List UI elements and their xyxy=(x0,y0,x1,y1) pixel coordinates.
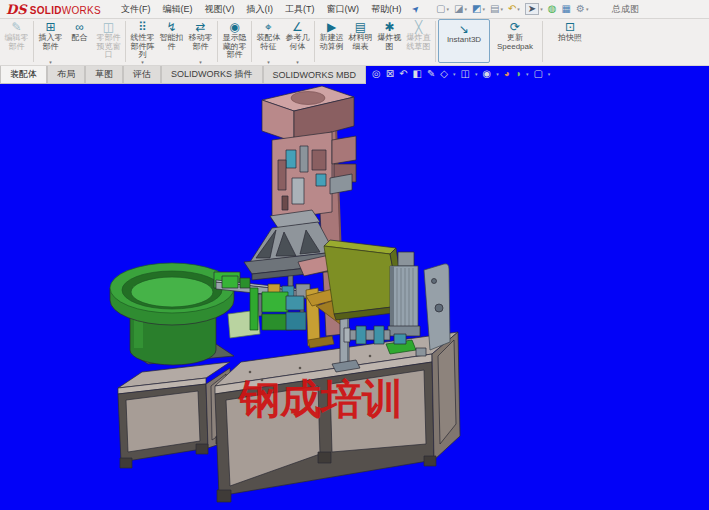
undo-icon[interactable]: ↶ xyxy=(508,4,516,14)
new-motion-study-label: 新建运 动算例 xyxy=(318,34,345,51)
dropdown-caret-icon[interactable]: ▾ xyxy=(586,6,589,12)
dropdown-caret-icon[interactable]: ▾ xyxy=(517,6,520,12)
menu-help[interactable]: 帮助(H) xyxy=(365,1,408,18)
insert-components-button[interactable]: ⊞ 插入零 部件 ▾ xyxy=(36,18,65,65)
document-title: 总成图 xyxy=(612,3,639,16)
display-style-icon[interactable]: ◫ xyxy=(461,68,470,80)
ribbon-separator xyxy=(33,21,34,62)
print-document-icon[interactable]: ▤ xyxy=(490,4,499,14)
pin-menu-icon[interactable]: ➤ xyxy=(409,3,421,15)
dropdown-caret-icon[interactable]: ▾ xyxy=(496,71,499,77)
linear-component-pattern-button[interactable]: ⠿ 线性零 部件阵 列 ▾ xyxy=(128,18,157,65)
menu-view[interactable]: 视图(V) xyxy=(199,1,241,18)
update-speedpak-label: 更新 Speedpak xyxy=(493,34,537,51)
linear-component-pattern-icon: ⠿ xyxy=(129,20,156,34)
smart-fasteners-label: 智能扣 件 xyxy=(158,34,185,51)
dropdown-caret-icon[interactable]: ▾ xyxy=(447,6,450,12)
solidworks-logo: DS SOLID WORKS xyxy=(6,2,101,17)
instant3d-label: Instant3D xyxy=(442,36,486,45)
dropdown-caret-icon[interactable]: ▾ xyxy=(548,71,551,77)
apply-scene-icon[interactable]: ◑ xyxy=(515,68,521,80)
smart-fasteners-button[interactable]: ↯ 智能扣 件 xyxy=(157,18,186,65)
menu-edit[interactable]: 编辑(E) xyxy=(157,1,199,18)
graphics-viewport[interactable]: ◎ ⊠ ↶ ◧ ✎ ◇▾ ◫▾ ◉▾ ◕ ◑▾ ▢▾ xyxy=(0,66,709,510)
dropdown-caret-icon[interactable]: ▾ xyxy=(283,59,312,65)
bill-of-materials-icon: ▤ xyxy=(347,20,374,34)
new-motion-study-button[interactable]: ▶ 新建运 动算例 xyxy=(317,18,346,65)
smart-fasteners-icon: ↯ xyxy=(158,20,185,34)
update-speedpak-button[interactable]: ⟳ 更新 Speedpak xyxy=(490,18,540,65)
edit-appearance-icon[interactable]: ◕ xyxy=(504,68,510,80)
dropdown-caret-icon[interactable]: ▾ xyxy=(186,59,215,65)
dropdown-caret-icon[interactable]: ▾ xyxy=(36,59,65,65)
rebuild-traffic-light-icon[interactable]: ◍ xyxy=(548,4,557,14)
previous-view-icon[interactable]: ↶ xyxy=(399,68,407,80)
title-bar: DS SOLID WORKS 文件(F) 编辑(E) 视图(V) 插入(I) 工… xyxy=(0,0,709,19)
move-component-button[interactable]: ⇄ 移动零 部件 ▾ xyxy=(186,18,215,65)
exploded-view-label: 爆炸视 图 xyxy=(376,34,403,51)
tab-assembly[interactable]: 装配体 xyxy=(0,66,47,84)
menu-window[interactable]: 窗口(W) xyxy=(321,1,366,18)
tab-evaluate[interactable]: 评估 xyxy=(123,66,161,84)
save-document-icon[interactable]: ◩ xyxy=(472,4,481,14)
ribbon-separator xyxy=(314,21,315,62)
new-motion-study-icon: ▶ xyxy=(318,20,345,34)
assembly-features-button[interactable]: ⌖ 装配体 特征 ▾ xyxy=(254,18,283,65)
options-gear-icon[interactable]: ⚙ xyxy=(576,4,585,14)
dropdown-caret-icon[interactable]: ▾ xyxy=(128,59,157,65)
tab-layout[interactable]: 布局 xyxy=(47,66,85,84)
dropdown-caret-icon[interactable]: ▾ xyxy=(482,6,485,12)
reference-geometry-button[interactable]: ∠ 参考几 何体 ▾ xyxy=(283,18,312,65)
menu-insert[interactable]: 插入(I) xyxy=(241,1,280,18)
watermark-text: 钢成培训 xyxy=(239,379,403,420)
open-document-icon[interactable]: ◪ xyxy=(454,4,463,14)
task-list-icon[interactable]: ▦ xyxy=(561,4,570,14)
dropdown-caret-icon[interactable]: ▾ xyxy=(453,71,456,77)
view-orientation-icon[interactable]: ◇ xyxy=(440,68,448,80)
dropdown-caret-icon[interactable]: ▾ xyxy=(540,6,543,12)
ribbon-separator xyxy=(435,21,436,62)
ribbon-separator xyxy=(251,21,252,62)
dropdown-caret-icon[interactable]: ▾ xyxy=(475,71,478,77)
quick-access-toolbar: ▢▾ ◪▾ ◩▾ ▤▾ ↶▾ ➤▾ ◍ ▦ ⚙▾ xyxy=(431,3,588,15)
assembly-features-icon: ⌖ xyxy=(255,20,282,34)
dropdown-caret-icon[interactable]: ▾ xyxy=(500,6,503,12)
view-settings-icon[interactable]: ▢ xyxy=(533,68,542,80)
dynamic-annotation-views-icon[interactable]: ✎ xyxy=(427,68,435,80)
brand-works: WORKS xyxy=(62,5,101,16)
dropdown-caret-icon[interactable]: ▾ xyxy=(526,71,529,77)
tab-solidworks-mbd[interactable]: SOLIDWORKS MBD xyxy=(263,66,367,84)
zoom-to-area-icon[interactable]: ⊠ xyxy=(386,68,394,80)
new-document-icon[interactable]: ▢ xyxy=(436,4,445,14)
bill-of-materials-button[interactable]: ▤ 材料明 细表 xyxy=(346,18,375,65)
move-component-icon: ⇄ xyxy=(187,20,214,34)
edit-component-label: 编辑零 部件 xyxy=(3,34,30,51)
menu-file[interactable]: 文件(F) xyxy=(115,1,157,18)
section-view-icon[interactable]: ◧ xyxy=(413,68,422,80)
move-component-label: 移动零 部件 xyxy=(187,34,214,51)
mate-label: 配合 xyxy=(66,34,93,43)
ribbon-separator xyxy=(542,21,543,62)
show-hidden-components-button[interactable]: ◉ 显示隐 藏的零 部件 xyxy=(220,18,249,65)
edit-component-icon: ✎ xyxy=(3,20,30,34)
take-snapshot-button[interactable]: ⊡ 拍快照 xyxy=(545,18,595,65)
component-preview-window-label: 零部件 预览窗 口 xyxy=(95,34,122,60)
exploded-view-button[interactable]: ✱ 爆炸视 图 xyxy=(375,18,404,65)
mate-button[interactable]: ∞ 配合 xyxy=(65,18,94,65)
3d-model-tapping-machine[interactable] xyxy=(0,66,709,510)
dropdown-caret-icon[interactable]: ▾ xyxy=(254,59,283,65)
instant3d-button[interactable]: ↘ Instant3D xyxy=(438,19,490,63)
take-snapshot-camera-icon: ⊡ xyxy=(548,20,592,34)
component-preview-window-button: ◫ 零部件 预览窗 口 xyxy=(94,18,123,65)
linear-component-pattern-label: 线性零 部件阵 列 xyxy=(129,34,156,60)
ribbon-separator xyxy=(217,21,218,62)
component-preview-window-icon: ◫ xyxy=(95,20,122,34)
zoom-to-fit-icon[interactable]: ◎ xyxy=(372,68,381,80)
tab-sketch[interactable]: 草图 xyxy=(85,66,123,84)
dropdown-caret-icon[interactable]: ▾ xyxy=(464,6,467,12)
command-manager-ribbon: ✎ 编辑零 部件 ⊞ 插入零 部件 ▾ ∞ 配合 ◫ 零部件 预览窗 口 ⠿ 线… xyxy=(0,18,709,66)
select-cursor-icon[interactable]: ➤ xyxy=(525,3,539,15)
hide-show-items-icon[interactable]: ◉ xyxy=(483,68,492,80)
menu-tools[interactable]: 工具(T) xyxy=(279,1,321,18)
tab-solidworks-addins[interactable]: SOLIDWORKS 插件 xyxy=(161,66,263,84)
